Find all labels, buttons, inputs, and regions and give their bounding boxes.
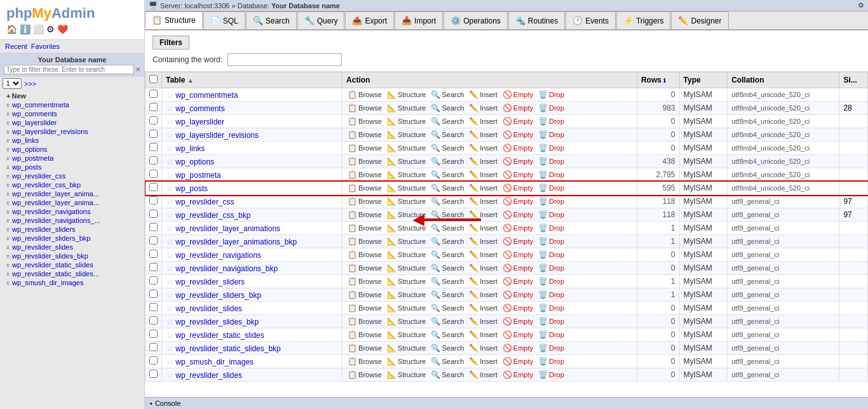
- structure-button[interactable]: 📐 Structure: [386, 224, 428, 232]
- sidebar-item-wp_smush_dir_images[interactable]: ± wp_smush_dir_images: [0, 278, 144, 287]
- row-checkbox[interactable]: [149, 156, 158, 164]
- sidebar-item-wp_commentmeta[interactable]: ± wp_commentmeta: [0, 100, 144, 109]
- insert-button[interactable]: ✏️ Insert: [468, 317, 499, 326]
- home-icon[interactable]: 🏠: [6, 24, 17, 34]
- browse-button[interactable]: 📋 Browse: [346, 144, 383, 152]
- browse-button[interactable]: 📋 Browse: [346, 264, 383, 272]
- insert-button[interactable]: ✏️ Insert: [468, 277, 499, 286]
- row-checkbox[interactable]: [149, 356, 158, 365]
- table-name-link[interactable]: wp_comments: [175, 104, 224, 113]
- favorite-star-icon[interactable]: ☆: [166, 210, 173, 220]
- search-button[interactable]: 🔍 Search: [430, 224, 465, 232]
- browse-button[interactable]: 📋 Browse: [346, 330, 383, 339]
- structure-button[interactable]: 📐 Structure: [386, 90, 428, 99]
- table-name-link[interactable]: wp_postmeta: [175, 171, 220, 180]
- search-button[interactable]: 🔍 Search: [430, 90, 465, 99]
- search-button[interactable]: 🔍 Search: [430, 304, 465, 312]
- tab-import[interactable]: 📥 Import: [395, 11, 443, 29]
- row-checkbox[interactable]: [149, 116, 158, 124]
- favorite-star-icon[interactable]: ☆: [166, 250, 173, 260]
- th-table[interactable]: Table ▲: [162, 72, 342, 88]
- containing-word-input[interactable]: [227, 53, 342, 66]
- empty-button[interactable]: 🚫 Empty: [501, 250, 534, 259]
- table-name-link[interactable]: wp_revslider_css_bkp: [175, 211, 250, 220]
- structure-button[interactable]: 📐 Structure: [386, 264, 428, 272]
- settings-icon2[interactable]: ⚙: [46, 24, 55, 34]
- insert-button[interactable]: ✏️ Insert: [468, 330, 499, 339]
- empty-button[interactable]: 🚫 Empty: [501, 264, 534, 272]
- favorite-star-icon[interactable]: ☆: [166, 330, 173, 340]
- favorite-star-icon[interactable]: ☆: [166, 184, 173, 193]
- sidebar-item-wp_links[interactable]: ± wp_links: [0, 136, 144, 145]
- sidebar-filter-input[interactable]: [4, 65, 134, 74]
- info-icon[interactable]: ℹ️: [20, 24, 31, 34]
- tab-events[interactable]: 🕐 Events: [566, 11, 616, 29]
- search-button[interactable]: 🔍 Search: [430, 157, 465, 166]
- search-button[interactable]: 🔍 Search: [430, 357, 465, 366]
- structure-button[interactable]: 📐 Structure: [386, 370, 428, 379]
- browse-button[interactable]: 📋 Browse: [346, 197, 383, 206]
- topbar-gear-icon[interactable]: ⚙: [858, 1, 864, 10]
- favorite-star-icon[interactable]: ☆: [166, 157, 173, 166]
- table-name-link[interactable]: wp_options: [175, 158, 214, 166]
- structure-button[interactable]: 📐 Structure: [386, 237, 428, 246]
- insert-button[interactable]: ✏️ Insert: [468, 264, 499, 272]
- sidebar-item-wp_revslider_sliders_bkp[interactable]: ± wp_revslider_sliders_bkp: [0, 234, 144, 243]
- sidebar-item-wp_revslider_layer_anima1[interactable]: ± wp_revslider_layer_anima...: [0, 189, 144, 198]
- browse-button[interactable]: 📋 Browse: [346, 250, 383, 259]
- insert-button[interactable]: ✏️ Insert: [468, 370, 499, 379]
- browse-button[interactable]: 📋 Browse: [346, 170, 383, 179]
- sidebar-item-wp_revslider_static_slides[interactable]: ± wp_revslider_static_slides: [0, 260, 144, 269]
- drop-button[interactable]: 🗑️ Drop: [537, 237, 566, 246]
- drop-button[interactable]: 🗑️ Drop: [537, 210, 566, 219]
- search-button[interactable]: 🔍 Search: [430, 237, 465, 246]
- browse-button[interactable]: 📋 Browse: [346, 157, 383, 166]
- row-checkbox[interactable]: [149, 170, 158, 178]
- empty-button[interactable]: 🚫 Empty: [501, 317, 534, 326]
- table-name-link[interactable]: wp_revslider_css: [175, 198, 234, 206]
- row-checkbox[interactable]: [149, 316, 158, 325]
- row-checkbox[interactable]: [149, 276, 158, 285]
- drop-button[interactable]: 🗑️ Drop: [537, 117, 566, 126]
- row-checkbox[interactable]: [149, 223, 158, 231]
- pagination-arrows[interactable]: >>>: [24, 80, 36, 88]
- search-button[interactable]: 🔍 Search: [430, 264, 465, 272]
- search-button[interactable]: 🔍 Search: [430, 330, 465, 339]
- sidebar-item-wp_revslider_slides_bkp[interactable]: ± wp_revslider_slides_bkp: [0, 251, 144, 260]
- browse-button[interactable]: 📋 Browse: [346, 317, 383, 326]
- browse-button[interactable]: 📋 Browse: [346, 224, 383, 232]
- sidebar-item-wp_options[interactable]: ± wp_options: [0, 145, 144, 154]
- row-checkbox[interactable]: [149, 210, 158, 218]
- empty-button[interactable]: 🚫 Empty: [501, 357, 534, 366]
- drop-button[interactable]: 🗑️ Drop: [537, 290, 566, 299]
- drop-button[interactable]: 🗑️ Drop: [537, 317, 566, 326]
- sidebar-item-wp_revslider_sliders[interactable]: ± wp_revslider_sliders: [0, 225, 144, 234]
- structure-button[interactable]: 📐 Structure: [386, 277, 428, 286]
- favorites-link[interactable]: Favorites: [31, 43, 60, 50]
- tab-triggers[interactable]: ⚡ Triggers: [616, 11, 671, 29]
- structure-button[interactable]: 📐 Structure: [386, 317, 428, 326]
- sidebar-item-wp_revslider_navigations[interactable]: ± wp_revslider_navigations: [0, 207, 144, 216]
- structure-button[interactable]: 📐 Structure: [386, 304, 428, 312]
- settings-icon1[interactable]: ⬜: [33, 24, 44, 34]
- structure-button[interactable]: 📐 Structure: [386, 104, 428, 112]
- table-name-link[interactable]: wp_revslider_sliders: [175, 278, 245, 286]
- row-checkbox[interactable]: [149, 143, 158, 151]
- structure-button[interactable]: 📐 Structure: [386, 197, 428, 206]
- empty-button[interactable]: 🚫 Empty: [501, 197, 534, 206]
- structure-button[interactable]: 📐 Structure: [386, 290, 428, 299]
- drop-button[interactable]: 🗑️ Drop: [537, 144, 566, 152]
- sidebar-item-wp_revslider_navigations_bkp[interactable]: ± wp_revslider_navigations_...: [0, 216, 144, 225]
- sidebar-item-wp_revslider_css[interactable]: ± wp_revslider_css: [0, 171, 144, 180]
- structure-button[interactable]: 📐 Structure: [386, 330, 428, 339]
- insert-button[interactable]: ✏️ Insert: [468, 304, 499, 312]
- structure-button[interactable]: 📐 Structure: [386, 157, 428, 166]
- search-button[interactable]: 🔍 Search: [430, 370, 465, 379]
- insert-button[interactable]: ✏️ Insert: [468, 90, 499, 99]
- drop-button[interactable]: 🗑️ Drop: [537, 330, 566, 339]
- search-button[interactable]: 🔍 Search: [430, 170, 465, 179]
- insert-button[interactable]: ✏️ Insert: [468, 130, 499, 139]
- tab-search[interactable]: 🔍 Search: [246, 11, 297, 29]
- favorite-star-icon[interactable]: ☆: [166, 130, 173, 140]
- browse-button[interactable]: 📋 Browse: [346, 130, 383, 139]
